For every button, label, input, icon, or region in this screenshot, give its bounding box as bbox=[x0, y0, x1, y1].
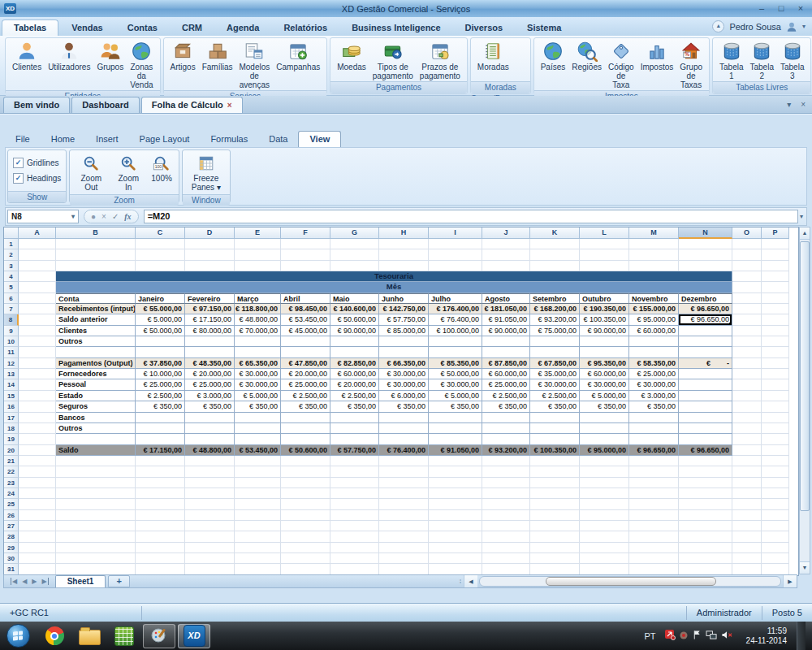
cell-F10[interactable] bbox=[281, 336, 330, 347]
cell-J11[interactable] bbox=[482, 347, 530, 358]
cell-I23[interactable] bbox=[429, 478, 482, 488]
cell-F9[interactable]: € 45.000,00 bbox=[281, 326, 330, 336]
cell-O10[interactable] bbox=[732, 336, 762, 347]
cell-J31[interactable] bbox=[482, 564, 530, 574]
column-header-F[interactable]: F bbox=[281, 228, 330, 239]
cell-J26[interactable] bbox=[482, 510, 530, 521]
button-zoom-in[interactable]: Zoom In bbox=[112, 154, 145, 193]
cell-H10[interactable] bbox=[379, 336, 429, 347]
cell-K18[interactable] bbox=[530, 423, 580, 434]
cell-H28[interactable] bbox=[379, 531, 429, 542]
cell-E12[interactable]: € 65.350,00 bbox=[235, 358, 281, 369]
cell-J18[interactable] bbox=[482, 423, 530, 434]
cell-F8[interactable]: € 53.450,00 bbox=[281, 314, 330, 325]
cell-N16[interactable] bbox=[679, 401, 732, 412]
row-header-13[interactable]: 13 bbox=[4, 369, 19, 379]
cell-K22[interactable] bbox=[530, 466, 580, 477]
cell-L22[interactable] bbox=[580, 466, 629, 477]
cell-N31[interactable] bbox=[679, 564, 732, 574]
add-sheet-button[interactable]: + bbox=[108, 575, 129, 587]
cell-I7[interactable]: € 176.400,00 bbox=[429, 304, 482, 314]
cell-N24[interactable] bbox=[679, 488, 732, 499]
cell-D31[interactable] bbox=[185, 564, 235, 574]
cell-B1[interactable] bbox=[56, 239, 136, 249]
close-document-icon[interactable]: × bbox=[801, 100, 806, 109]
cell-E31[interactable] bbox=[235, 564, 281, 574]
cell-G27[interactable] bbox=[330, 521, 379, 531]
cell-H7[interactable]: € 142.750,00 bbox=[379, 304, 429, 314]
ribbon-button-grupos[interactable]: Grupos bbox=[93, 40, 127, 72]
ribbon-tab-vendas[interactable]: Vendas bbox=[60, 20, 114, 36]
cell-K8[interactable]: € 93.200,00 bbox=[530, 314, 580, 325]
cell-J25[interactable] bbox=[482, 499, 530, 509]
cell-B22[interactable] bbox=[56, 466, 136, 477]
taskbar-xd-button[interactable]: XD bbox=[178, 624, 210, 648]
cell-F13[interactable]: € 20.000,00 bbox=[281, 369, 330, 379]
cell-C25[interactable] bbox=[136, 499, 185, 509]
cell-C31[interactable] bbox=[136, 564, 185, 574]
cell-A22[interactable] bbox=[19, 466, 56, 477]
cell-D28[interactable] bbox=[185, 531, 235, 542]
cell-H9[interactable]: € 85.000,00 bbox=[379, 326, 429, 336]
sheet-ribbon-tab-formulas[interactable]: Formulas bbox=[200, 132, 258, 147]
cell-E19[interactable] bbox=[235, 434, 281, 444]
cell-G21[interactable] bbox=[330, 456, 379, 466]
cell-A27[interactable] bbox=[19, 521, 56, 531]
column-header-C[interactable]: C bbox=[136, 228, 185, 239]
cell-K23[interactable] bbox=[530, 478, 580, 488]
cell-D1[interactable] bbox=[185, 239, 235, 249]
cell-L10[interactable] bbox=[580, 336, 629, 347]
cell-P28[interactable] bbox=[762, 531, 789, 542]
ribbon-button-tabela-1[interactable]: Tabela 1 bbox=[716, 40, 746, 81]
show-desktop-button[interactable] bbox=[797, 622, 806, 650]
cell-H3[interactable] bbox=[379, 261, 429, 271]
cell-H11[interactable] bbox=[379, 347, 429, 358]
cell-P15[interactable] bbox=[762, 391, 789, 401]
cell-C3[interactable] bbox=[136, 261, 185, 271]
cell-P19[interactable] bbox=[762, 434, 789, 444]
cell-C14[interactable]: € 25.000,00 bbox=[136, 379, 185, 390]
cell-N11[interactable] bbox=[679, 347, 732, 358]
cell-A10[interactable] bbox=[19, 336, 56, 347]
cell-J17[interactable] bbox=[482, 413, 530, 423]
cell-F28[interactable] bbox=[281, 531, 330, 542]
cell-L18[interactable] bbox=[580, 423, 629, 434]
cell-P24[interactable] bbox=[762, 488, 789, 499]
cell-A17[interactable] bbox=[19, 413, 56, 423]
tab-splitter-handle[interactable]: ⁞ bbox=[460, 578, 462, 584]
column-header-K[interactable]: K bbox=[530, 228, 580, 239]
cell-O19[interactable] bbox=[732, 434, 762, 444]
update-icon[interactable] bbox=[679, 629, 689, 644]
horizontal-scroll-thumb[interactable] bbox=[546, 577, 715, 586]
cell-M28[interactable] bbox=[629, 531, 679, 542]
cell-M8[interactable]: € 95.000,00 bbox=[629, 314, 679, 325]
ribbon-tab-contas[interactable]: Contas bbox=[116, 20, 169, 36]
ribbon-button-regi-es[interactable]: Regiões bbox=[568, 40, 605, 72]
cell-K29[interactable] bbox=[530, 543, 580, 553]
cell-L9[interactable]: € 90.000,00 bbox=[580, 326, 629, 336]
status-user[interactable]: Administrador bbox=[686, 606, 762, 620]
cell-F26[interactable] bbox=[281, 510, 330, 521]
cell-P14[interactable] bbox=[762, 379, 789, 390]
button-100[interactable]: 100100% bbox=[149, 154, 174, 184]
cell-O26[interactable] bbox=[732, 510, 762, 521]
cell-M3[interactable] bbox=[629, 261, 679, 271]
previous-sheet-icon[interactable]: ◀ bbox=[22, 578, 27, 585]
cell-O22[interactable] bbox=[732, 466, 762, 477]
cell-I14[interactable]: € 30.000,00 bbox=[429, 379, 482, 390]
cell-K12[interactable]: € 67.850,00 bbox=[530, 358, 580, 369]
cell-A15[interactable] bbox=[19, 391, 56, 401]
flag-icon[interactable] bbox=[692, 629, 702, 644]
cell-B6[interactable]: Conta bbox=[56, 293, 136, 304]
close-icon[interactable]: × bbox=[794, 2, 807, 14]
cell-H15[interactable]: € 6.000,00 bbox=[379, 391, 429, 401]
cell-N23[interactable] bbox=[679, 478, 732, 488]
cell-D2[interactable] bbox=[185, 249, 235, 260]
cell-L26[interactable] bbox=[580, 510, 629, 521]
cell-B18[interactable]: Outros bbox=[56, 423, 136, 434]
formula-input[interactable]: =M20 bbox=[144, 210, 798, 223]
cell-B31[interactable] bbox=[56, 564, 136, 574]
cell-I26[interactable] bbox=[429, 510, 482, 521]
row-header-10[interactable]: 10 bbox=[4, 336, 19, 347]
cell-B11[interactable] bbox=[56, 347, 136, 358]
